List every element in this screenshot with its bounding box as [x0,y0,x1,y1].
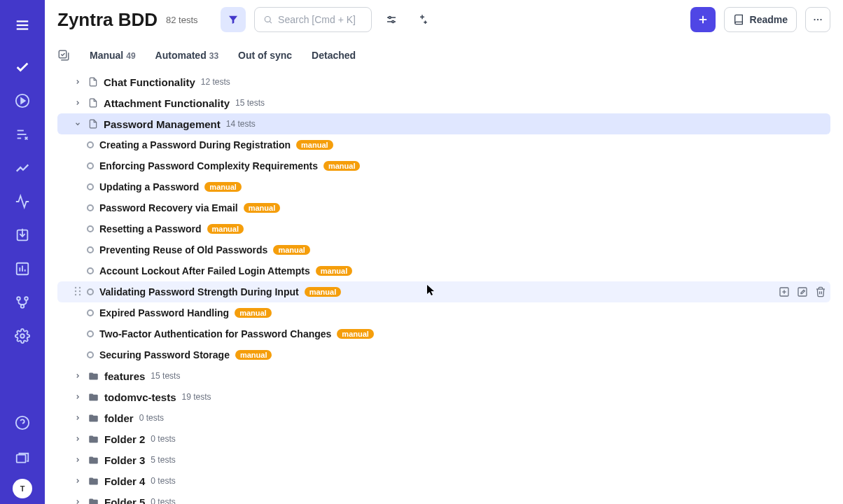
sidebar-item-spark[interactable] [8,154,36,182]
sidebar-item-folders[interactable] [8,445,36,473]
sidebar-item-help[interactable] [8,409,36,437]
svg-point-14 [17,297,20,300]
svg-point-42 [79,293,81,295]
sidebar-item-play[interactable] [8,87,36,115]
folder-name: Folder 5 [104,496,145,505]
scenario-row[interactable]: Password Recovery via Email manual [83,197,830,218]
tabs-row: Manual 49 Automated 33 Out of sync Detac… [45,45,843,71]
chevron-right-icon[interactable] [73,393,83,400]
scenario-row[interactable]: Creating a Password During Registration … [83,134,830,155]
scenario-name: Validating Password Strength During Inpu… [99,286,299,298]
scenario-name: Password Recovery via Email [99,202,238,214]
filter-button[interactable] [221,7,246,32]
chevron-right-icon[interactable] [73,477,83,484]
scenario-row[interactable]: Resetting a Password manual [83,218,830,239]
folder-row[interactable]: Folder 5 0 tests [69,491,830,504]
feature-name: Attachment Functionality [104,97,230,109]
tab-detached[interactable]: Detached [312,50,356,61]
sidebar-item-settings[interactable] [8,322,36,350]
folder-count: 0 tests [139,413,164,423]
sliders-button[interactable] [380,8,403,31]
status-dot-icon [87,330,94,337]
folder-row[interactable]: features 15 tests [69,365,830,386]
folder-row[interactable]: Folder 3 5 tests [69,449,830,470]
chevron-right-icon[interactable] [73,435,83,442]
chevron-right-icon[interactable] [73,414,83,421]
tab-manual[interactable]: Manual 49 [90,50,136,61]
svg-point-34 [817,19,818,20]
scenario-row[interactable]: Updating a Password manual [83,176,830,197]
feature-row[interactable]: Attachment Functionality 15 tests [69,92,830,113]
search-input-wrap[interactable] [254,7,372,32]
chevron-right-icon[interactable] [73,78,83,85]
edit-scenario-button[interactable] [797,286,808,298]
feature-file-icon [88,119,98,129]
sidebar-item-checkmark[interactable] [8,53,36,81]
feature-row[interactable]: Password Management 14 tests [57,113,830,134]
status-dot-icon [87,288,94,295]
manual-tag: manual [235,308,272,318]
folder-row[interactable]: todomvc-tests 19 tests [69,386,830,407]
folder-count: 0 tests [151,476,175,486]
folder-count: 0 tests [151,497,175,504]
svg-point-38 [79,286,81,288]
search-icon [263,14,273,25]
manual-tag: manual [305,287,342,297]
scenario-row[interactable]: Enforcing Password Complexity Requiremen… [83,155,830,176]
scenario-row[interactable]: Expired Password Handling manual [83,302,830,323]
manual-tag: manual [207,224,244,234]
sidebar-item-activity[interactable] [8,188,36,216]
search-input[interactable] [278,14,362,25]
avatar[interactable]: T [13,479,32,498]
scenario-row[interactable]: Securing Password Storage manual [83,344,830,365]
chevron-right-icon[interactable] [73,498,83,504]
svg-point-21 [265,16,270,22]
tab-oos-label: Out of sync [238,50,292,61]
svg-rect-20 [17,455,26,463]
svg-point-15 [25,297,28,300]
cursor-icon [427,285,436,298]
select-all-icon[interactable] [57,49,70,62]
scenario-row[interactable]: Preventing Reuse of Old Passwords manual [83,239,830,260]
scenario-name: Securing Password Storage [99,349,230,360]
folder-row[interactable]: folder 0 tests [69,407,830,428]
ellipsis-icon [811,13,824,26]
main: Zyntra BDD 82 tests Readme [45,0,843,504]
svg-point-26 [391,21,393,23]
tab-manual-label: Manual [90,50,123,61]
folder-row[interactable]: Folder 2 0 tests [69,428,830,449]
chevron-right-icon[interactable] [73,99,83,106]
tab-automated[interactable]: Automated 33 [155,50,218,61]
feature-file-icon [88,77,98,87]
manual-tag: manual [273,245,310,255]
chevron-right-icon[interactable] [73,456,83,463]
hamburger-button[interactable] [8,11,36,39]
delete-scenario-button[interactable] [815,286,826,298]
sidebar: T [0,0,45,504]
add-button[interactable] [690,7,716,32]
page-title: Zyntra BDD [57,9,158,31]
chevron-right-icon[interactable] [73,372,83,379]
tab-out-of-sync[interactable]: Out of sync [238,50,292,61]
folder-name: Folder 4 [104,475,145,487]
feature-file-icon [88,98,98,108]
feature-row[interactable]: Chat Functionality 12 tests [69,71,830,92]
scenario-row[interactable]: Validating Password Strength During Inpu… [57,281,830,302]
folder-row[interactable]: Folder 4 0 tests [69,470,830,491]
status-dot-icon [87,309,94,316]
sparkle-button[interactable] [411,8,433,31]
sidebar-item-import[interactable] [8,221,36,249]
readme-button[interactable]: Readme [724,7,797,32]
sidebar-item-list[interactable] [8,120,36,148]
more-button[interactable] [805,7,830,32]
drag-handle-icon[interactable] [74,286,81,298]
sidebar-item-chart[interactable] [8,255,36,283]
add-scenario-button[interactable] [779,286,790,298]
scenario-name: Resetting a Password [99,223,202,234]
folder-name: Folder 3 [104,454,145,466]
status-dot-icon [87,183,94,190]
scenario-row[interactable]: Account Lockout After Failed Login Attem… [83,260,830,281]
sidebar-item-branch[interactable] [8,288,36,316]
scenario-row[interactable]: Two-Factor Authentication for Password C… [83,323,830,344]
chevron-down-icon[interactable] [73,120,83,127]
